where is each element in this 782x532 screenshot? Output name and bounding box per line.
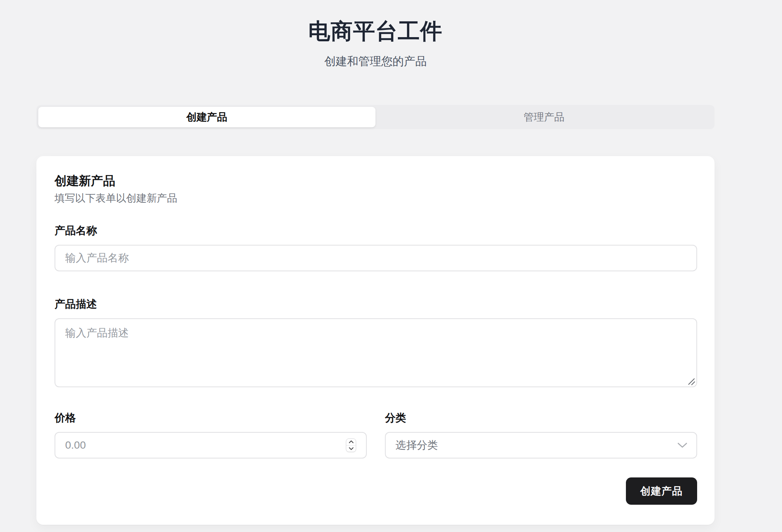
category-field: 分类 选择分类 bbox=[385, 412, 697, 458]
chevron-down-icon bbox=[677, 442, 687, 448]
product-description-field: 产品描述 bbox=[55, 298, 697, 387]
stepper-increment-button[interactable] bbox=[346, 439, 356, 445]
page-shell: 电商平台工件 创建和管理您的产品 创建产品 管理产品 创建新产品 填写以下表单以… bbox=[36, 0, 715, 525]
card-actions: 创建产品 bbox=[55, 477, 697, 505]
price-stepper[interactable] bbox=[346, 438, 356, 452]
product-name-field: 产品名称 bbox=[55, 224, 697, 271]
price-input-box bbox=[55, 432, 367, 458]
product-name-label: 产品名称 bbox=[55, 224, 697, 237]
card-description: 填写以下表单以创建新产品 bbox=[55, 192, 697, 205]
category-select[interactable]: 选择分类 bbox=[385, 432, 697, 458]
card-title: 创建新产品 bbox=[55, 173, 697, 189]
create-product-card: 创建新产品 填写以下表单以创建新产品 产品名称 产品描述 价格 bbox=[36, 156, 715, 525]
tab-manage-product[interactable]: 管理产品 bbox=[375, 107, 713, 127]
category-select-value: 选择分类 bbox=[396, 438, 438, 452]
tab-bar: 创建产品 管理产品 bbox=[36, 105, 715, 129]
stepper-decrement-button[interactable] bbox=[346, 446, 356, 452]
product-description-textarea[interactable] bbox=[55, 318, 697, 387]
chevron-up-icon bbox=[349, 440, 353, 443]
tab-create-product[interactable]: 创建产品 bbox=[38, 107, 375, 127]
page-header: 电商平台工件 创建和管理您的产品 bbox=[36, 0, 715, 68]
page-title: 电商平台工件 bbox=[36, 17, 715, 45]
price-field: 价格 bbox=[55, 412, 367, 458]
product-description-label: 产品描述 bbox=[55, 298, 697, 311]
product-description-textarea-wrap bbox=[55, 318, 697, 387]
create-product-button[interactable]: 创建产品 bbox=[626, 477, 697, 505]
page-subtitle: 创建和管理您的产品 bbox=[36, 55, 715, 68]
product-name-input[interactable] bbox=[55, 245, 697, 271]
category-label: 分类 bbox=[385, 412, 697, 424]
chevron-down-icon bbox=[349, 447, 353, 450]
price-input[interactable] bbox=[55, 432, 367, 458]
price-category-row: 价格 bbox=[55, 412, 697, 458]
price-label: 价格 bbox=[55, 412, 367, 424]
